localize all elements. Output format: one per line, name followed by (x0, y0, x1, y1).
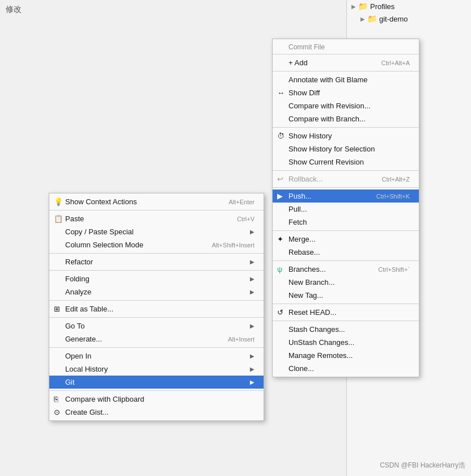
table-icon: ⊞ (54, 305, 60, 313)
separator (273, 187, 419, 188)
copy-paste-special-item[interactable]: Copy / Paste Special ▶ (49, 225, 264, 238)
git-add-item[interactable]: + Add Ctrl+Alt+A (273, 56, 419, 69)
git-arrow: ▶ (250, 379, 254, 385)
copy-paste-arrow: ▶ (250, 229, 254, 235)
separator (49, 270, 264, 271)
tree-item-gitdemo[interactable]: ▶ 📁 git-demo (347, 12, 471, 25)
show-context-actions-item[interactable]: 💡 Show Context Actions Alt+Enter (49, 195, 264, 208)
push-icon: ▶ (277, 192, 283, 200)
watermark: CSDN @FBI HackerHarry浩 (380, 461, 465, 470)
push-item[interactable]: ▶ Push... Ctrl+Shift+K (273, 189, 419, 203)
open-in-label: Open In (65, 352, 245, 360)
separator (273, 71, 419, 71)
branches-icon: ψ (277, 265, 282, 273)
clone-item[interactable]: Clone... (273, 362, 419, 375)
compare-revision-item[interactable]: Compare with Revision... (273, 99, 419, 112)
show-diff-item[interactable]: ↔ Show Diff (273, 86, 419, 99)
separator (49, 390, 264, 391)
annotate-label: Annotate with Git Blame (288, 75, 410, 84)
separator (273, 260, 419, 261)
merge-label: Merge... (288, 235, 410, 243)
separator (49, 317, 264, 318)
paste-item[interactable]: 📋 Paste Ctrl+V (49, 212, 264, 225)
analyze-label: Analyze (65, 288, 245, 296)
compare-revision-label: Compare with Revision... (288, 102, 410, 110)
generate-label: Generate... (65, 335, 217, 343)
unstash-changes-item[interactable]: UnStash Changes... (273, 336, 419, 349)
folder-icon: 📁 (358, 2, 368, 11)
edit-as-table-label: Edit as Table... (65, 305, 254, 313)
arrow-icon: ▶ (351, 3, 356, 10)
reset-head-item[interactable]: ↺ Reset HEAD... (273, 306, 419, 319)
separator (273, 54, 419, 54)
branches-item[interactable]: ψ Branches... Ctrl+Shift+` (273, 263, 419, 276)
refactor-item[interactable]: Refactor ▶ (49, 255, 264, 268)
commit-file-header: Commit File (273, 41, 419, 52)
folding-arrow: ▶ (250, 276, 254, 282)
go-to-item[interactable]: Go To ▶ (49, 319, 264, 332)
generate-shortcut: Alt+Insert (228, 336, 254, 343)
lightbulb-icon: 💡 (54, 197, 63, 206)
merge-item[interactable]: ✦ Merge... (273, 233, 419, 246)
create-gist-item[interactable]: ⊙ Create Gist... (49, 406, 264, 419)
git-submenu: Commit File + Add Ctrl+Alt+A Annotate wi… (272, 39, 419, 377)
folding-item[interactable]: Folding ▶ (49, 272, 264, 285)
tree-item-profiles[interactable]: ▶ 📁 Profiles (347, 0, 471, 12)
manage-remotes-label: Manage Remotes... (288, 351, 410, 360)
open-in-item[interactable]: Open In ▶ (49, 349, 264, 363)
separator (49, 253, 264, 254)
arrow-icon: ▶ (360, 16, 365, 22)
show-context-actions-shortcut: Alt+Enter (228, 199, 254, 205)
show-history-item[interactable]: ⏱ Show History (273, 129, 419, 142)
git-add-label: + Add (288, 58, 370, 67)
show-current-revision-item[interactable]: Show Current Revision (273, 155, 419, 169)
paste-shortcut: Ctrl+V (237, 216, 254, 222)
column-selection-mode-item[interactable]: Column Selection Mode Alt+Shift+Insert (49, 238, 264, 251)
generate-item[interactable]: Generate... Alt+Insert (49, 332, 264, 346)
new-tag-item[interactable]: New Tag... (273, 289, 419, 302)
separator (273, 127, 419, 128)
open-in-arrow: ▶ (250, 353, 254, 359)
column-selection-shortcut: Alt+Shift+Insert (212, 242, 254, 248)
stash-changes-item[interactable]: Stash Changes... (273, 323, 419, 336)
compare-branch-item[interactable]: Compare with Branch... (273, 112, 419, 125)
rollback-item[interactable]: ↩ Rollback... Ctrl+Alt+Z (273, 172, 419, 186)
local-history-item[interactable]: Local History ▶ (49, 363, 264, 376)
compare-branch-label: Compare with Branch... (288, 115, 410, 123)
show-diff-icon: ↔ (277, 89, 285, 97)
git-item[interactable]: Git ▶ (49, 376, 264, 389)
compare-clipboard-label: Compare with Clipboard (65, 395, 254, 403)
separator (49, 347, 264, 348)
pull-item[interactable]: Pull... (273, 203, 419, 216)
new-branch-label: New Branch... (288, 278, 410, 287)
separator (49, 210, 264, 210)
rebase-item[interactable]: Rebase... (273, 246, 419, 259)
show-context-actions-label: Show Context Actions (65, 197, 217, 206)
git-add-shortcut: Ctrl+Alt+A (381, 60, 410, 66)
show-history-selection-item[interactable]: Show History for Selection (273, 142, 419, 155)
stash-changes-label: Stash Changes... (288, 325, 410, 334)
local-history-label: Local History (65, 365, 245, 373)
analyze-item[interactable]: Analyze ▶ (49, 285, 264, 298)
separator (49, 300, 264, 301)
copy-paste-special-label: Copy / Paste Special (65, 228, 245, 236)
separator (273, 170, 419, 171)
folding-label: Folding (65, 275, 245, 283)
compare-clipboard-item[interactable]: ⎘ Compare with Clipboard (49, 393, 264, 406)
annotate-git-blame-item[interactable]: Annotate with Git Blame (273, 73, 419, 86)
bg-text: 修改 (6, 5, 22, 15)
new-branch-item[interactable]: New Branch... (273, 276, 419, 289)
reset-head-icon: ↺ (277, 308, 283, 317)
show-current-rev-label: Show Current Revision (288, 158, 410, 166)
local-history-arrow: ▶ (250, 366, 254, 372)
manage-remotes-item[interactable]: Manage Remotes... (273, 349, 419, 362)
create-gist-icon: ⊙ (54, 408, 60, 416)
fetch-item[interactable]: Fetch (273, 216, 419, 229)
rollback-icon: ↩ (277, 175, 283, 183)
branches-shortcut: Ctrl+Shift+` (378, 266, 410, 273)
rebase-label: Rebase... (288, 248, 410, 256)
new-tag-label: New Tag... (288, 291, 410, 300)
reset-head-label: Reset HEAD... (288, 308, 410, 317)
folder-icon-git: 📁 (367, 14, 377, 23)
edit-as-table-item[interactable]: ⊞ Edit as Table... (49, 302, 264, 315)
